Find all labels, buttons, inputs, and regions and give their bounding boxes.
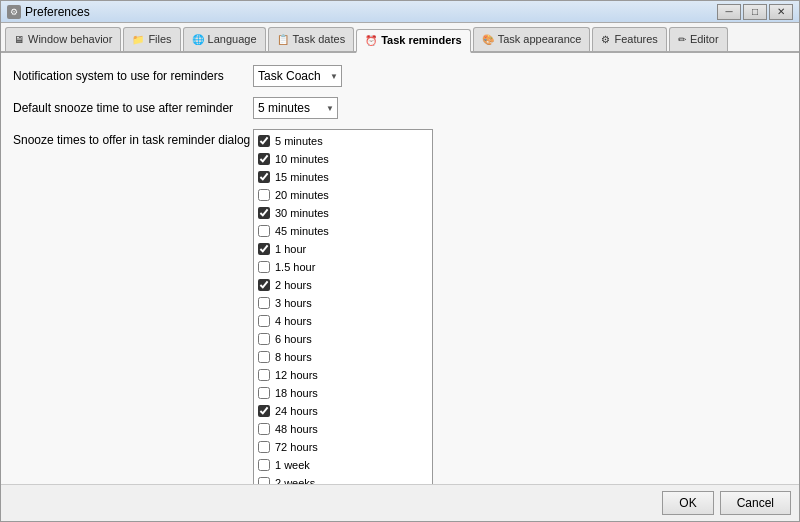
list-item: 20 minutes	[254, 186, 432, 204]
tab-language-label: Language	[208, 33, 257, 45]
close-button[interactable]: ✕	[769, 4, 793, 20]
snooze-item-label: 18 hours	[275, 387, 318, 399]
list-item: 12 hours	[254, 366, 432, 384]
task-dates-icon: 📋	[277, 34, 289, 45]
minimize-button[interactable]: ─	[717, 4, 741, 20]
snooze-checkbox-4[interactable]	[258, 207, 270, 219]
snooze-default-select-wrapper: 5 minutes 10 minutes 15 minutes 20 minut…	[253, 97, 338, 119]
snooze-item-label: 1.5 hour	[275, 261, 315, 273]
list-item: 15 minutes	[254, 168, 432, 186]
list-item: 24 hours	[254, 402, 432, 420]
notification-select[interactable]: Task Coach	[253, 65, 342, 87]
list-item: 6 hours	[254, 330, 432, 348]
snooze-checkbox-9[interactable]	[258, 297, 270, 309]
snooze-item-label: 6 hours	[275, 333, 312, 345]
snooze-checkbox-19[interactable]	[258, 477, 270, 484]
snooze-checkbox-2[interactable]	[258, 171, 270, 183]
snooze-checkbox-10[interactable]	[258, 315, 270, 327]
snooze-checkbox-5[interactable]	[258, 225, 270, 237]
list-item: 2 weeks	[254, 474, 432, 484]
snooze-checkbox-0[interactable]	[258, 135, 270, 147]
maximize-button[interactable]: □	[743, 4, 767, 20]
tab-features[interactable]: ⚙ Features	[592, 27, 666, 51]
snooze-checkbox-16[interactable]	[258, 423, 270, 435]
preferences-window: ⚙ Preferences ─ □ ✕ 🖥 Window behavior 📁 …	[0, 0, 800, 522]
list-item: 3 hours	[254, 294, 432, 312]
list-item: 5 minutes	[254, 132, 432, 150]
snooze-item-label: 24 hours	[275, 405, 318, 417]
snooze-item-label: 2 hours	[275, 279, 312, 291]
list-item: 1 hour	[254, 240, 432, 258]
list-item: 18 hours	[254, 384, 432, 402]
notification-label: Notification system to use for reminders	[13, 69, 253, 83]
snooze-checkbox-17[interactable]	[258, 441, 270, 453]
window-controls: ─ □ ✕	[717, 4, 793, 20]
snooze-checkbox-18[interactable]	[258, 459, 270, 471]
task-reminders-icon: ⏰	[365, 35, 377, 46]
tab-editor[interactable]: ✏ Editor	[669, 27, 728, 51]
snooze-item-label: 48 hours	[275, 423, 318, 435]
snooze-checkbox-7[interactable]	[258, 261, 270, 273]
snooze-checkbox-12[interactable]	[258, 351, 270, 363]
notification-row: Notification system to use for reminders…	[13, 65, 787, 87]
files-icon: 📁	[132, 34, 144, 45]
list-item: 30 minutes	[254, 204, 432, 222]
language-icon: 🌐	[192, 34, 204, 45]
list-item: 1.5 hour	[254, 258, 432, 276]
snooze-item-label: 72 hours	[275, 441, 318, 453]
snooze-checkbox-1[interactable]	[258, 153, 270, 165]
snooze-times-label: Snooze times to offer in task reminder d…	[13, 129, 253, 147]
snooze-times-section: Snooze times to offer in task reminder d…	[13, 129, 787, 484]
tab-files[interactable]: 📁 Files	[123, 27, 180, 51]
snooze-item-label: 1 week	[275, 459, 310, 471]
tab-task-dates[interactable]: 📋 Task dates	[268, 27, 355, 51]
snooze-list-box[interactable]: 5 minutes10 minutes15 minutes20 minutes3…	[253, 129, 433, 484]
tab-language[interactable]: 🌐 Language	[183, 27, 266, 51]
list-item: 10 minutes	[254, 150, 432, 168]
snooze-checkbox-13[interactable]	[258, 369, 270, 381]
tab-editor-label: Editor	[690, 33, 719, 45]
tab-task-reminders[interactable]: ⏰ Task reminders	[356, 29, 471, 53]
list-item: 72 hours	[254, 438, 432, 456]
snooze-default-select[interactable]: 5 minutes 10 minutes 15 minutes 20 minut…	[253, 97, 338, 119]
snooze-item-label: 3 hours	[275, 297, 312, 309]
tab-content: Notification system to use for reminders…	[1, 53, 799, 484]
snooze-item-label: 12 hours	[275, 369, 318, 381]
snooze-item-label: 20 minutes	[275, 189, 329, 201]
list-item: 2 hours	[254, 276, 432, 294]
snooze-checkbox-6[interactable]	[258, 243, 270, 255]
title-bar: ⚙ Preferences ─ □ ✕	[1, 1, 799, 23]
snooze-item-label: 30 minutes	[275, 207, 329, 219]
snooze-item-label: 45 minutes	[275, 225, 329, 237]
features-icon: ⚙	[601, 34, 610, 45]
tab-task-appearance[interactable]: 🎨 Task appearance	[473, 27, 591, 51]
snooze-checkbox-14[interactable]	[258, 387, 270, 399]
tab-window-behavior-label: Window behavior	[28, 33, 112, 45]
window-title: Preferences	[25, 5, 717, 19]
list-item: 4 hours	[254, 312, 432, 330]
tab-task-reminders-label: Task reminders	[381, 34, 462, 46]
snooze-checkbox-3[interactable]	[258, 189, 270, 201]
tab-bar: 🖥 Window behavior 📁 Files 🌐 Language 📋 T…	[1, 23, 799, 53]
tab-features-label: Features	[614, 33, 657, 45]
window-behavior-icon: 🖥	[14, 34, 24, 45]
tab-task-appearance-label: Task appearance	[498, 33, 582, 45]
snooze-checkbox-15[interactable]	[258, 405, 270, 417]
snooze-item-label: 1 hour	[275, 243, 306, 255]
window-icon: ⚙	[7, 5, 21, 19]
task-appearance-icon: 🎨	[482, 34, 494, 45]
tab-window-behavior[interactable]: 🖥 Window behavior	[5, 27, 121, 51]
snooze-checkbox-8[interactable]	[258, 279, 270, 291]
snooze-checkbox-11[interactable]	[258, 333, 270, 345]
snooze-default-label: Default snooze time to use after reminde…	[13, 101, 253, 115]
snooze-item-label: 5 minutes	[275, 135, 323, 147]
list-item: 48 hours	[254, 420, 432, 438]
editor-icon: ✏	[678, 34, 686, 45]
cancel-button[interactable]: Cancel	[720, 491, 791, 515]
ok-button[interactable]: OK	[662, 491, 713, 515]
snooze-item-label: 2 weeks	[275, 477, 315, 484]
snooze-item-label: 15 minutes	[275, 171, 329, 183]
tab-files-label: Files	[148, 33, 171, 45]
snooze-default-row: Default snooze time to use after reminde…	[13, 97, 787, 119]
list-item: 8 hours	[254, 348, 432, 366]
